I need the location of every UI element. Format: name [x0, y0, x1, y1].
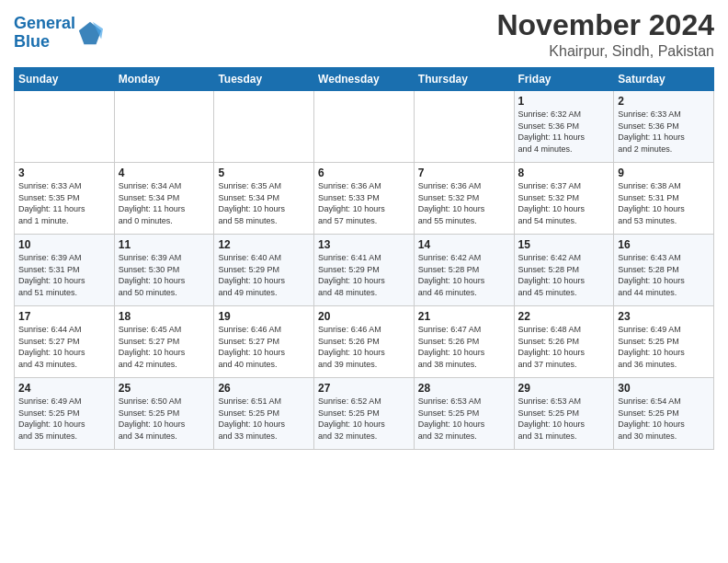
day-info: Sunrise: 6:42 AM Sunset: 5:28 PM Dayligh… [418, 252, 510, 298]
calendar-cell: 12Sunrise: 6:40 AM Sunset: 5:29 PM Dayli… [214, 235, 314, 306]
day-info: Sunrise: 6:33 AM Sunset: 5:36 PM Dayligh… [618, 109, 710, 155]
day-info: Sunrise: 6:54 AM Sunset: 5:25 PM Dayligh… [618, 396, 710, 442]
day-number: 16 [618, 238, 710, 251]
day-number: 30 [618, 382, 710, 395]
day-number: 8 [518, 167, 610, 179]
day-info: Sunrise: 6:36 AM Sunset: 5:33 PM Dayligh… [318, 180, 410, 226]
calendar-cell [314, 91, 415, 163]
day-info: Sunrise: 6:46 AM Sunset: 5:26 PM Dayligh… [318, 324, 410, 370]
day-info: Sunrise: 6:43 AM Sunset: 5:28 PM Dayligh… [618, 252, 710, 298]
day-number: 12 [218, 238, 310, 251]
day-info: Sunrise: 6:49 AM Sunset: 5:25 PM Dayligh… [618, 324, 710, 370]
calendar-cell: 3Sunrise: 6:33 AM Sunset: 5:35 PM Daylig… [15, 163, 115, 235]
calendar-cell: 19Sunrise: 6:46 AM Sunset: 5:27 PM Dayli… [214, 306, 314, 378]
day-info: Sunrise: 6:40 AM Sunset: 5:29 PM Dayligh… [218, 252, 310, 298]
calendar-cell: 29Sunrise: 6:53 AM Sunset: 5:25 PM Dayli… [514, 378, 614, 450]
col-header-monday: Monday [114, 68, 214, 91]
day-info: Sunrise: 6:37 AM Sunset: 5:32 PM Dayligh… [518, 180, 610, 226]
calendar-cell: 30Sunrise: 6:54 AM Sunset: 5:25 PM Dayli… [614, 378, 714, 450]
day-info: Sunrise: 6:36 AM Sunset: 5:32 PM Dayligh… [418, 180, 510, 226]
calendar-cell: 6Sunrise: 6:36 AM Sunset: 5:33 PM Daylig… [314, 163, 415, 235]
calendar-cell: 27Sunrise: 6:52 AM Sunset: 5:25 PM Dayli… [314, 378, 415, 450]
day-number: 10 [18, 238, 110, 251]
day-info: Sunrise: 6:49 AM Sunset: 5:25 PM Dayligh… [18, 396, 110, 442]
day-number: 14 [418, 238, 510, 251]
calendar-cell: 8Sunrise: 6:37 AM Sunset: 5:32 PM Daylig… [514, 163, 614, 235]
calendar-cell [214, 91, 314, 163]
calendar-cell: 11Sunrise: 6:39 AM Sunset: 5:30 PM Dayli… [114, 235, 214, 306]
subtitle: Khairpur, Sindh, Pakistan [496, 43, 714, 60]
logo: GeneralBlue [14, 15, 103, 52]
col-header-sunday: Sunday [15, 68, 115, 91]
calendar-cell [414, 91, 514, 163]
day-number: 7 [418, 167, 510, 179]
day-number: 23 [618, 310, 710, 323]
day-number: 26 [218, 382, 310, 395]
calendar-cell: 16Sunrise: 6:43 AM Sunset: 5:28 PM Dayli… [614, 235, 714, 306]
header: GeneralBlue November 2024 Khairpur, Sind… [14, 9, 714, 60]
col-header-saturday: Saturday [614, 68, 714, 91]
calendar-cell: 20Sunrise: 6:46 AM Sunset: 5:26 PM Dayli… [314, 306, 415, 378]
page-container: GeneralBlue November 2024 Khairpur, Sind… [0, 0, 728, 459]
day-number: 19 [218, 310, 310, 323]
day-info: Sunrise: 6:45 AM Sunset: 5:27 PM Dayligh… [119, 324, 210, 370]
day-number: 2 [618, 95, 710, 108]
col-header-friday: Friday [514, 68, 614, 91]
day-number: 24 [18, 382, 110, 395]
title-block: November 2024 Khairpur, Sindh, Pakistan [496, 9, 714, 60]
calendar-cell: 4Sunrise: 6:34 AM Sunset: 5:34 PM Daylig… [114, 163, 214, 235]
day-number: 17 [18, 310, 110, 323]
day-info: Sunrise: 6:39 AM Sunset: 5:31 PM Dayligh… [18, 252, 110, 298]
day-number: 3 [18, 167, 110, 179]
calendar-cell: 9Sunrise: 6:38 AM Sunset: 5:31 PM Daylig… [614, 163, 714, 235]
day-info: Sunrise: 6:38 AM Sunset: 5:31 PM Dayligh… [618, 180, 710, 226]
day-info: Sunrise: 6:39 AM Sunset: 5:30 PM Dayligh… [119, 252, 210, 298]
calendar-cell: 28Sunrise: 6:53 AM Sunset: 5:25 PM Dayli… [414, 378, 514, 450]
calendar-cell: 13Sunrise: 6:41 AM Sunset: 5:29 PM Dayli… [314, 235, 415, 306]
calendar-cell: 24Sunrise: 6:49 AM Sunset: 5:25 PM Dayli… [15, 378, 115, 450]
calendar-cell: 23Sunrise: 6:49 AM Sunset: 5:25 PM Dayli… [614, 306, 714, 378]
day-info: Sunrise: 6:35 AM Sunset: 5:34 PM Dayligh… [218, 180, 310, 226]
day-info: Sunrise: 6:48 AM Sunset: 5:26 PM Dayligh… [518, 324, 610, 370]
day-info: Sunrise: 6:33 AM Sunset: 5:35 PM Dayligh… [18, 180, 110, 226]
week-row-5: 24Sunrise: 6:49 AM Sunset: 5:25 PM Dayli… [15, 378, 714, 450]
day-number: 4 [119, 167, 210, 179]
day-number: 28 [418, 382, 510, 395]
day-number: 15 [518, 238, 610, 251]
calendar-cell: 17Sunrise: 6:44 AM Sunset: 5:27 PM Dayli… [15, 306, 115, 378]
day-number: 25 [119, 382, 210, 395]
day-number: 29 [518, 382, 610, 395]
week-row-2: 3Sunrise: 6:33 AM Sunset: 5:35 PM Daylig… [15, 163, 714, 235]
calendar-cell: 10Sunrise: 6:39 AM Sunset: 5:31 PM Dayli… [15, 235, 115, 306]
calendar-table: SundayMondayTuesdayWednesdayThursdayFrid… [14, 67, 714, 450]
calendar-cell: 15Sunrise: 6:42 AM Sunset: 5:28 PM Dayli… [514, 235, 614, 306]
week-row-4: 17Sunrise: 6:44 AM Sunset: 5:27 PM Dayli… [15, 306, 714, 378]
col-header-wednesday: Wednesday [314, 68, 415, 91]
calendar-cell: 7Sunrise: 6:36 AM Sunset: 5:32 PM Daylig… [414, 163, 514, 235]
col-header-tuesday: Tuesday [214, 68, 314, 91]
day-info: Sunrise: 6:51 AM Sunset: 5:25 PM Dayligh… [218, 396, 310, 442]
day-info: Sunrise: 6:42 AM Sunset: 5:28 PM Dayligh… [518, 252, 610, 298]
calendar-cell: 1Sunrise: 6:32 AM Sunset: 5:36 PM Daylig… [514, 91, 614, 163]
calendar-cell: 14Sunrise: 6:42 AM Sunset: 5:28 PM Dayli… [414, 235, 514, 306]
logo-text: GeneralBlue [14, 15, 75, 52]
day-number: 6 [318, 167, 410, 179]
day-info: Sunrise: 6:32 AM Sunset: 5:36 PM Dayligh… [518, 109, 610, 155]
day-info: Sunrise: 6:34 AM Sunset: 5:34 PM Dayligh… [119, 180, 210, 226]
calendar-cell: 2Sunrise: 6:33 AM Sunset: 5:36 PM Daylig… [614, 91, 714, 163]
main-title: November 2024 [496, 9, 714, 41]
calendar-cell: 21Sunrise: 6:47 AM Sunset: 5:26 PM Dayli… [414, 306, 514, 378]
day-info: Sunrise: 6:53 AM Sunset: 5:25 PM Dayligh… [518, 396, 610, 442]
day-info: Sunrise: 6:44 AM Sunset: 5:27 PM Dayligh… [18, 324, 110, 370]
col-header-thursday: Thursday [414, 68, 514, 91]
calendar-cell: 26Sunrise: 6:51 AM Sunset: 5:25 PM Dayli… [214, 378, 314, 450]
calendar-cell: 18Sunrise: 6:45 AM Sunset: 5:27 PM Dayli… [114, 306, 214, 378]
day-number: 13 [318, 238, 410, 251]
logo-icon [77, 20, 103, 46]
day-number: 22 [518, 310, 610, 323]
week-row-3: 10Sunrise: 6:39 AM Sunset: 5:31 PM Dayli… [15, 235, 714, 306]
day-number: 9 [618, 167, 710, 179]
calendar-cell [114, 91, 214, 163]
day-number: 20 [318, 310, 410, 323]
day-info: Sunrise: 6:41 AM Sunset: 5:29 PM Dayligh… [318, 252, 410, 298]
